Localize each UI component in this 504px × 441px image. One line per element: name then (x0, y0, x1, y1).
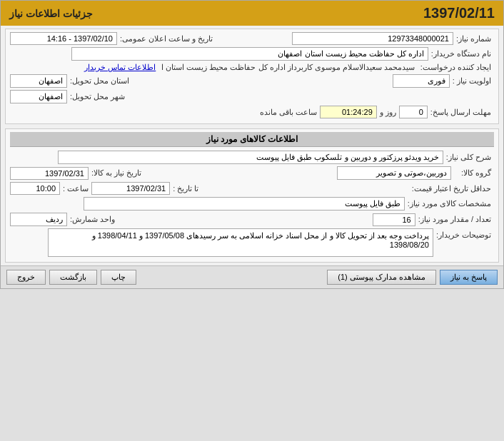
tarikhElan-value: 1397/02/10 - 14:16 (10, 32, 117, 45)
tedadMored-label: تعداد / مقدار مورد نیاز: (415, 215, 494, 224)
moshahedeh-button[interactable]: مشاهده مدارک پیوستی (1) (327, 270, 436, 285)
row-hadaqal: حداقل تاریخ اعتبار قیمت: تا تاریخ : 1397… (10, 182, 494, 195)
tedadMored-value: 16 (373, 213, 415, 226)
vahedShomareh-label: واحد شمارش: (67, 215, 118, 224)
shahr-value: اصفهان (10, 90, 67, 103)
link-ittilaatTamas[interactable]: اطلاعات تماس خریدار (84, 63, 156, 72)
avlayatNiaz-value: فوری (393, 74, 450, 88)
header-title: جزئیات اطلاعات نیاز (9, 8, 93, 19)
sharh-value: خرید ویدئو پرزکتور و دوربین و تلسکوب طبق… (58, 151, 443, 164)
tarikhElan-label: تاریخ و ساعت اعلان عمومی: (117, 34, 216, 44)
shahr-label: شهر محل تحویل: (67, 92, 128, 101)
moshakhasat-label: مشخصات کالای مورد نیاز: (405, 199, 494, 208)
bazgasht-button[interactable]: بازگشت (49, 270, 97, 285)
mohlat-label: مهلت ارسال پاسخ: (428, 108, 494, 117)
shomareNiaz-label: شماره نیاز: (453, 34, 494, 44)
mohlat-unit: ساعت باقی مانده (257, 108, 320, 117)
row-sharh: شرح کلی نیاز: خرید ویدئو پرزکتور و دوربی… (10, 151, 494, 164)
footer-bar: پاسخ به نیاز مشاهده مدارک پیوستی (1) چاپ… (1, 265, 503, 288)
row-ijadKonande: ایجاد کننده درخواست: سیدمحمد سعیدالاسلام… (10, 63, 494, 72)
tarikhKala-value: 1397/02/31 (10, 167, 89, 180)
ta-tarikh-value: 1397/02/31 (91, 182, 170, 195)
kala-section: اطلاعات کالاهای مورد نیاز شرح کلی نیاز: … (5, 128, 499, 263)
namDastgah-label: نام دستگاه خریدار: (428, 49, 494, 59)
row-gorohe: گروه کالا: دوربین،صوتی و تصویر تاریخ نیا… (10, 166, 494, 180)
moshakhasat-value: طبق فایل پیوست (84, 197, 405, 211)
row-shahr: شهر محل تحویل: اصفهان (10, 90, 494, 103)
namDastgah-value: اداره کل حفاظت محیط زیست استان اصفهان (71, 47, 428, 61)
ta-tarikh-label: تا تاریخ : (170, 184, 201, 193)
row-avlayat: اولویت نیاز : فوری استان محل تحویل: اصفه… (10, 74, 494, 88)
khoroj-button[interactable]: خروج (6, 270, 46, 285)
avlayatNiaz-label: اولویت نیاز : (450, 76, 494, 86)
gorohe-label: گروه کالا: (451, 168, 494, 178)
tozi-value: پرداخت وجه بعد از تحویل کالا و از محل اس… (48, 228, 433, 257)
tarikhKala-label: تاریخ نیاز به کالا: (89, 168, 144, 178)
pasokh-button[interactable]: پاسخ به نیاز (440, 270, 498, 285)
shomareNiaz-value: 12973348000021 (292, 32, 453, 45)
header-bar: 1397/02/11 جزئیات اطلاعات نیاز (1, 1, 503, 26)
sharh-label: شرح کلی نیاز: (443, 153, 494, 162)
ostan-label: استان محل تحویل: (67, 76, 132, 86)
top-info-section: شماره نیاز: 12973348000021 تاریخ و ساعت … (5, 29, 499, 124)
ijadKonande-value: سیدمحمد سعیدالاسلام موسوی کاربرداز اداره… (158, 63, 418, 72)
row-moshakhasat: مشخصات کالای مورد نیاز: طبق فایل پیوست (10, 197, 494, 211)
ijadKonande-label: ایجاد کننده درخواست: (418, 63, 494, 72)
header-date: 1397/02/11 (93, 5, 495, 21)
row-tozi: توضیحات خریدار: پرداخت وجه بعد از تحویل … (10, 228, 494, 257)
row-tedad: تعداد / مقدار مورد نیاز: 16 واحد شمارش: … (10, 213, 494, 226)
saat-value: 10:00 (10, 182, 60, 195)
kala-section-title: اطلاعات کالاهای مورد نیاز (10, 132, 494, 147)
mohlat-time: 01:24:29 (320, 106, 377, 118)
row-shomareNiaz: شماره نیاز: 12973348000021 تاریخ و ساعت … (10, 32, 494, 45)
chap-button[interactable]: چاپ (101, 270, 136, 285)
mohlat-roz-label: روز و (377, 108, 399, 117)
row-namDastgah: نام دستگاه خریدار: اداره کل حفاظت محیط ز… (10, 47, 494, 61)
row-mohlat: مهلت ارسال پاسخ: 0 روز و 01:24:29 ساعت ب… (10, 106, 494, 118)
saat-label: ساعت : (60, 184, 91, 193)
tozi-label: توضیحات خریدار: (433, 228, 494, 240)
mohlat-roz: 0 (399, 106, 428, 118)
vahedShomareh-value: ردیف (10, 213, 67, 226)
gorohe-value: دوربین،صوتی و تصویر (337, 166, 451, 180)
ostan-value: اصفهان (10, 74, 67, 88)
hadaqal-label: حداقل تاریخ اعتبار قیمت: (409, 184, 494, 193)
